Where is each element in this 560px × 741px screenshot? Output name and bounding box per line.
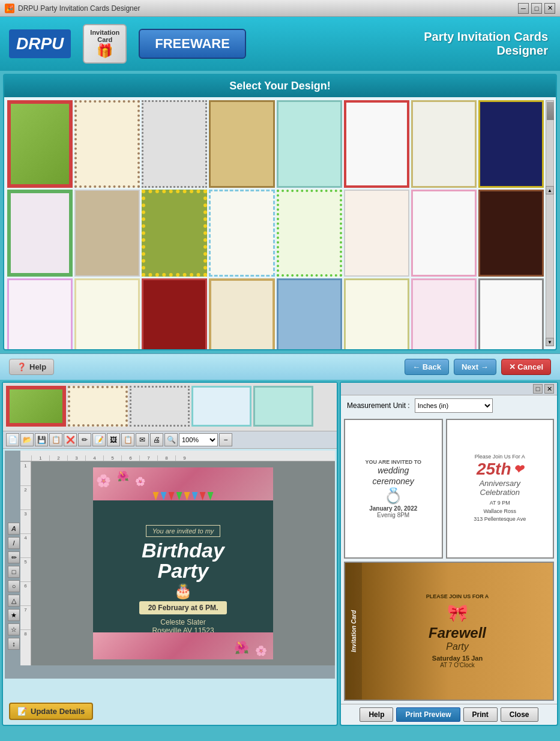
mini-card-3[interactable] [130, 386, 190, 427]
anniv-number: 25th ❤ [477, 460, 523, 479]
design-thumb-11[interactable] [142, 190, 207, 277]
design-thumb-4[interactable] [209, 100, 274, 188]
design-thumb-6[interactable] [344, 100, 409, 188]
design-thumb-2[interactable] [74, 100, 140, 188]
triangle-tool[interactable]: △ [8, 595, 20, 607]
circle-tool[interactable]: ○ [8, 580, 20, 592]
scrollbar[interactable] [546, 100, 554, 346]
update-details-button[interactable]: 📝 Update Details [9, 703, 93, 720]
image-button[interactable]: 🖼 [107, 433, 120, 446]
save-as-button[interactable]: 📋 [49, 433, 62, 446]
mini-card-5[interactable] [253, 386, 313, 427]
mini-card-1[interactable] [6, 386, 66, 427]
window-title: DRPU Party Invitation Cards Designer [18, 4, 140, 13]
app-header: DRPU Invitation Card 🎁 FREEWARE Party In… [0, 17, 560, 71]
minimize-button[interactable]: ─ [518, 3, 529, 14]
footer-help-button[interactable]: Help [360, 707, 393, 722]
invitation-card-badge: Invitation Card 🎁 [83, 24, 127, 64]
bday-name-line1: Celeste Slater [152, 618, 214, 626]
bday-line1: Birthday [142, 540, 224, 560]
app-title-line2: Designer [424, 44, 548, 58]
zoom-in-button[interactable]: 🔍 [164, 433, 178, 446]
zoom-select[interactable]: 100% [179, 433, 218, 446]
title-bar: 🎉 DRPU Party Invitation Cards Designer ─… [0, 0, 560, 17]
new-button[interactable]: 📄 [6, 433, 19, 446]
design-thumb-16[interactable] [478, 190, 544, 277]
email-button[interactable]: ✉ [136, 433, 149, 446]
freeware-badge: FREEWARE [139, 29, 246, 59]
editor-panel: 📄 📂 💾 📋 ❌ ✏ 📝 🖼 📋 ✉ 🖨 🔍 100% − A / ✏ [2, 382, 338, 726]
anniv-line1: Anniversary [479, 479, 520, 488]
anniv-line2: Celebration [480, 488, 520, 497]
design-thumb-18[interactable] [74, 278, 140, 349]
arrow-tool[interactable]: ↕ [8, 638, 20, 650]
scrollbar-thumb[interactable] [547, 102, 554, 120]
design-thumb-21[interactable] [277, 278, 342, 349]
preview-bottom-row: Invitation Card PLEASE JOIN US FOR A 🎀 F… [344, 562, 554, 701]
scroll-up-arrow[interactable]: ▲ [546, 186, 554, 194]
wedding-date: January 20, 2022 [369, 505, 417, 512]
design-thumb-13[interactable] [277, 190, 342, 277]
mini-card-4[interactable] [191, 386, 251, 427]
star-tool[interactable]: ★ [8, 609, 20, 621]
design-thumb-20[interactable] [209, 278, 274, 349]
cancel-button[interactable]: ✕ Cancel [501, 359, 551, 375]
bday-line2: Party [142, 560, 224, 581]
update-icon: 📝 [17, 707, 27, 716]
design-thumb-19[interactable] [142, 278, 207, 349]
footer-print-preview-button[interactable]: Print Preview [396, 707, 460, 722]
footer-print-button[interactable]: Print [463, 707, 498, 722]
update-label: Update Details [31, 707, 85, 716]
window-controls[interactable]: ─ □ ✕ [518, 3, 555, 14]
zoom-out-button[interactable]: − [219, 433, 232, 446]
design-thumb-7[interactable] [411, 100, 477, 188]
open-button[interactable]: 📂 [20, 433, 34, 446]
design-thumb-24[interactable] [478, 278, 544, 349]
special-tool[interactable]: ☆ [8, 623, 20, 635]
design-thumb-12[interactable] [209, 190, 274, 277]
navigation-bar: ❓ Help ← Back Next → ✕ Cancel [0, 353, 560, 380]
design-thumb-17[interactable] [7, 278, 73, 349]
editor-canvas: A / ✏ □ ○ △ ★ ☆ ↕ 1 2 3 4 5 6 [5, 451, 335, 679]
minicard-strip [3, 383, 337, 431]
next-button[interactable]: Next → [454, 359, 496, 375]
design-thumb-8[interactable] [478, 100, 544, 188]
cancel-label: ✕ Cancel [509, 362, 543, 371]
properties-button[interactable]: 📝 [92, 433, 106, 446]
panel-close-button[interactable]: ✕ [544, 384, 554, 394]
wedding-time: Evenig 8PM [377, 512, 409, 518]
birthday-card-preview: 🌸 🌺 🌸 [93, 467, 273, 659]
back-button[interactable]: ← Back [405, 359, 449, 375]
measurement-select[interactable]: Inches (in) Centimeters (cm) Pixels (px) [415, 398, 493, 413]
text-tool[interactable]: A [8, 523, 20, 535]
rect-tool[interactable]: □ [8, 566, 20, 578]
footer-close-button[interactable]: Close [501, 707, 538, 722]
design-thumb-1[interactable] [7, 100, 73, 188]
design-thumb-10[interactable] [74, 190, 140, 277]
save-button[interactable]: 💾 [35, 433, 48, 446]
close-file-button[interactable]: ❌ [64, 433, 77, 446]
help-button[interactable]: ❓ Help [9, 359, 54, 375]
app-icon: 🎉 [5, 4, 14, 13]
pencil-tool[interactable]: ✏ [8, 551, 20, 563]
design-thumb-9[interactable] [7, 190, 73, 277]
edit-button[interactable]: ✏ [78, 433, 91, 446]
mini-card-2[interactable] [68, 386, 128, 427]
design-thumb-22[interactable] [344, 278, 409, 349]
panel-maximize-button[interactable]: □ [533, 384, 543, 394]
line-tool[interactable]: / [8, 537, 20, 549]
close-button[interactable]: ✕ [544, 3, 555, 14]
design-thumb-3[interactable] [142, 100, 207, 188]
left-tools: A / ✏ □ ○ △ ★ ☆ ↕ [8, 523, 20, 650]
print-button[interactable]: 🖨 [150, 433, 163, 446]
farewell-big-text: Farewell [429, 625, 486, 641]
clipboard-button[interactable]: 📋 [121, 433, 134, 446]
design-thumb-5[interactable] [277, 100, 342, 188]
section-title: Select Your Design! [4, 75, 556, 97]
design-thumb-23[interactable] [411, 278, 477, 349]
design-thumb-15[interactable] [411, 190, 477, 277]
maximize-button[interactable]: □ [531, 3, 542, 14]
bday-date: 20 February at 6 PM. [139, 601, 227, 614]
design-thumb-14[interactable] [344, 190, 409, 277]
scroll-down-arrow[interactable]: ▼ [546, 338, 554, 346]
